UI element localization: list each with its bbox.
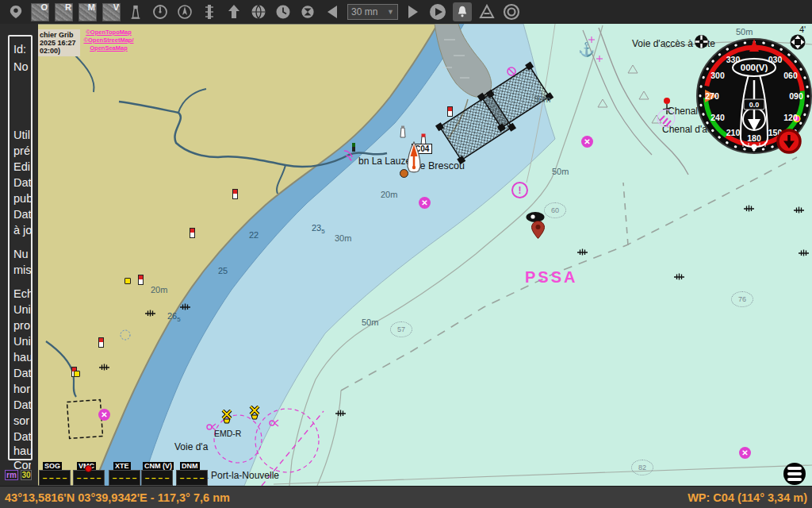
- tick-210: 210: [726, 128, 741, 137]
- record-target-icon[interactable]: [502, 2, 521, 21]
- chart-type-o-button[interactable]: O: [31, 3, 49, 21]
- chart-type-m-button[interactable]: M: [79, 3, 97, 21]
- dialog-line: hor: [13, 383, 31, 395]
- wreck-icon: [673, 273, 685, 280]
- chart-center-target-icon[interactable]: [694, 34, 709, 49]
- contour-50m-2: 50m: [362, 318, 378, 327]
- cnm-label[interactable]: CNM (V): [143, 462, 174, 470]
- vmc-value: – – – –: [73, 470, 105, 486]
- yellow-mark-icon: [74, 371, 80, 377]
- map-attribution: ©OpenTopoMap ©OpenStreetMap/ OpenSeaMap: [78, 29, 140, 52]
- dnm-label[interactable]: DNM: [180, 462, 200, 470]
- yellow-mark-icon: [124, 278, 131, 284]
- beacon-icon: [447, 106, 453, 117]
- yellow-x-buoy-icon: [220, 410, 233, 424]
- grib-line-1: chier Grib: [40, 31, 79, 39]
- dialog-line: Dat: [13, 398, 31, 411]
- tick-300: 300: [710, 71, 725, 80]
- play-icon[interactable]: [428, 2, 447, 21]
- prev-arrow-icon[interactable]: [323, 2, 342, 21]
- dialog-line: mis: [13, 264, 31, 276]
- chart-type-m-label: M: [88, 2, 95, 12]
- next-arrow-icon[interactable]: [404, 2, 423, 21]
- prediction-interval-value: 30 mn: [351, 6, 377, 17]
- sog-label[interactable]: SOG: [43, 462, 62, 470]
- dial-gauge-icon[interactable]: [151, 2, 170, 21]
- yellow-x-buoy-icon: [248, 406, 261, 420]
- dialog-line: Dat: [13, 367, 31, 379]
- dialog-line: Dat: [13, 176, 31, 189]
- magenta-x-mark: ✕: [581, 136, 593, 148]
- cnm-value: – – – –: [141, 470, 173, 486]
- tick-030: 030: [768, 55, 783, 64]
- compass-heading-value: 000(V): [741, 63, 768, 72]
- pan-arrows-icon[interactable]: [790, 34, 806, 50]
- prediction-interval-select[interactable]: 30 mn ▼: [347, 4, 398, 20]
- clock-icon[interactable]: [274, 2, 293, 21]
- tick-180: 180: [747, 133, 761, 143]
- sounding-25: 25: [218, 266, 228, 278]
- drop-mark-icon[interactable]: [6, 2, 25, 21]
- mini-button-30[interactable]: 30: [21, 470, 32, 480]
- tick-060: 060: [783, 71, 798, 80]
- depth-circle-76: 76: [731, 291, 753, 307]
- dialog-line: pub: [13, 192, 31, 205]
- dialog-line: Uni: [13, 303, 31, 316]
- wreck-icon: [179, 303, 191, 310]
- xte-label[interactable]: XTE: [113, 462, 131, 470]
- sounding-23-5: 235: [312, 223, 325, 235]
- tick-330: 330: [726, 55, 741, 64]
- compass-icon[interactable]: [175, 2, 194, 21]
- mini-button-rm[interactable]: rm: [5, 470, 18, 480]
- lighthouse-icon[interactable]: [126, 2, 145, 21]
- label-port-la-nouvelle: à Port-la-Nouvelle: [203, 470, 279, 481]
- lighthouse-icon: [399, 125, 407, 138]
- fishery-mark-icon: [268, 419, 279, 427]
- globe-icon[interactable]: [249, 2, 268, 21]
- chart-info-dialog: Id: No Util pré Edi Dat pub Dat à jo Nu …: [0, 24, 38, 486]
- anchor-cone-icon[interactable]: [477, 2, 496, 21]
- chart-type-v-button[interactable]: V: [102, 3, 121, 21]
- beacon-icon: [138, 275, 144, 285]
- chart-type-r-button[interactable]: R: [55, 3, 73, 21]
- dialog-line: Id:: [13, 43, 31, 56]
- wreck-icon: [743, 205, 755, 212]
- dialog-line: à jo: [13, 224, 31, 237]
- wreck-icon: [144, 310, 156, 317]
- compass-speed-value: 0.0: [749, 101, 760, 109]
- attribution-opentopomap-link[interactable]: ©OpenTopoMap: [78, 29, 140, 37]
- xte-value: – – – –: [109, 470, 140, 486]
- dnm-value: – – – –: [176, 470, 208, 486]
- attribution-openstreetmap-link[interactable]: ©OpenStreetMap/: [78, 37, 140, 44]
- dialog-line: Ech: [13, 287, 31, 300]
- magenta-x-mark: ✕: [739, 447, 751, 459]
- alarm-bell-icon[interactable]: [453, 2, 472, 21]
- contour-50m: 50m: [552, 167, 569, 176]
- dialog-line: pro: [13, 319, 31, 332]
- wreck-icon: [798, 249, 810, 256]
- grib-line-3: 02:00): [40, 47, 79, 55]
- attribution-openseamap-link[interactable]: OpenSeaMap: [78, 44, 140, 52]
- dialog-line: Dat: [13, 430, 31, 443]
- hourglass-icon[interactable]: [298, 2, 317, 21]
- chart-menu-button[interactable]: [783, 463, 806, 485]
- dropped-pin-icon[interactable]: [531, 221, 545, 239]
- label-pssa-area: PSSA: [525, 268, 577, 287]
- dialog-line: No: [13, 60, 31, 73]
- label-voie-d-a: Voie d'a: [174, 441, 208, 452]
- north-up-arrow-icon[interactable]: [224, 2, 243, 21]
- dialog-line: hau: [13, 444, 31, 457]
- measure-ruler-icon[interactable]: [200, 2, 219, 21]
- magenta-x-mark: ✕: [419, 197, 431, 209]
- label-emd-r: EMD-R: [214, 429, 241, 438]
- grib-file-infobox: chier Grib 2025 16:27 02:00): [38, 29, 80, 56]
- contour-30m: 30m: [335, 233, 351, 243]
- chart-canvas[interactable]: chier Grib 2025 16:27 02:00) ©OpenTopoMa…: [0, 24, 812, 486]
- contour-20m-2: 20m: [151, 285, 167, 294]
- red-light-dot-icon: [85, 465, 92, 472]
- own-ship-icon: [405, 141, 423, 173]
- wreck-icon: [793, 206, 805, 214]
- radio-beacon-icon: [341, 149, 354, 162]
- mob-button[interactable]: [776, 129, 802, 154]
- tick-090: 090: [789, 91, 803, 101]
